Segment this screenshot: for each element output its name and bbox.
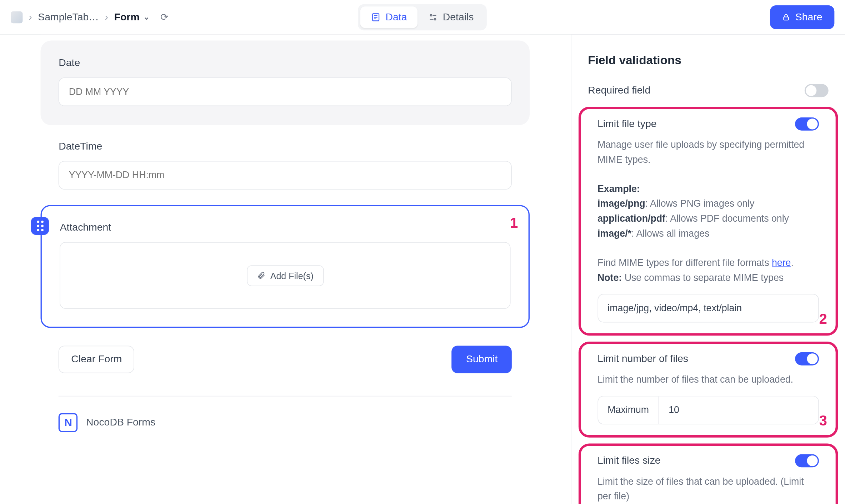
required-field-label: Required field: [588, 85, 650, 96]
limit-file-size-label: Limit files size: [598, 455, 661, 467]
limit-num-files-section: Limit number of files Limit the number o…: [579, 342, 838, 438]
drag-handle-icon: [37, 221, 43, 231]
field-label: Date: [59, 57, 512, 69]
nocodb-logo-icon: N: [59, 413, 78, 432]
nocodb-branding-label: NocoDB Forms: [86, 417, 155, 428]
svg-rect-8: [784, 17, 789, 20]
form-canvas: Date DateTime 1 Attachment: [41, 35, 530, 450]
drag-handle[interactable]: [31, 217, 49, 235]
chevron-down-icon: ⌄: [143, 12, 150, 21]
svg-point-6: [434, 18, 436, 20]
form-actions: Clear Form Submit: [41, 328, 530, 373]
limit-num-files-label: Limit number of files: [598, 353, 688, 365]
max-files-prefix: Maximum: [598, 396, 659, 424]
topbar: › SampleTab… › Form ⌄ ⟳ Data Details Sha…: [0, 0, 845, 35]
required-field-toggle[interactable]: [804, 84, 828, 97]
mime-types-input[interactable]: [598, 294, 819, 322]
field-label: DateTime: [59, 141, 512, 152]
refresh-icon[interactable]: ⟳: [160, 11, 168, 23]
add-files-label: Add File(s): [270, 270, 314, 280]
annotation-1: 1: [510, 215, 518, 231]
sliders-icon: [429, 12, 438, 22]
field-block-datetime[interactable]: DateTime: [41, 141, 530, 190]
breadcrumb-sep: ›: [105, 11, 108, 23]
field-settings-panel: Field validations Required field Limit f…: [571, 35, 845, 504]
limit-num-files-toggle[interactable]: [795, 352, 819, 366]
limit-file-size-desc: Limit the size of files that can be uplo…: [581, 471, 835, 504]
limit-file-type-section: Limit file type Manage user file uploads…: [579, 107, 838, 336]
max-files-input[interactable]: [659, 396, 818, 424]
date-input[interactable]: [59, 77, 512, 106]
tab-data-label: Data: [386, 11, 407, 23]
limit-file-size-row: Limit files size: [581, 446, 835, 471]
tab-details[interactable]: Details: [418, 6, 485, 28]
lock-icon: [782, 13, 790, 21]
datetime-input[interactable]: [59, 161, 512, 190]
main: Date DateTime 1 Attachment: [0, 35, 845, 504]
limit-num-files-row: Limit number of files: [581, 344, 835, 369]
limit-file-type-row: Limit file type: [581, 109, 835, 134]
limit-file-type-toggle[interactable]: [795, 117, 819, 131]
limit-num-files-desc: Limit the number of files that can be up…: [581, 369, 835, 387]
breadcrumb-sep: ›: [29, 11, 32, 23]
breadcrumb: › SampleTab… › Form ⌄ ⟳: [11, 11, 168, 23]
limit-file-size-section: Limit files size Limit the size of files…: [579, 443, 838, 504]
attachment-dropzone[interactable]: Add File(s): [60, 242, 511, 309]
annotation-3: 3: [819, 412, 827, 429]
tab-details-label: Details: [443, 11, 474, 23]
breadcrumb-table[interactable]: SampleTab…: [38, 11, 99, 23]
clear-form-button[interactable]: Clear Form: [59, 346, 134, 373]
field-block-attachment-selected[interactable]: 1 Attachment Add File(s): [41, 205, 530, 328]
divider: [59, 396, 512, 397]
svg-point-4: [430, 14, 432, 16]
required-field-row: Required field: [571, 71, 845, 101]
add-files-button[interactable]: Add File(s): [247, 265, 324, 286]
nocodb-branding[interactable]: N NocoDB Forms: [41, 413, 530, 432]
breadcrumb-view-label: Form: [114, 11, 140, 23]
limit-file-type-label: Limit file type: [598, 118, 657, 130]
field-block-date[interactable]: Date: [41, 41, 530, 125]
field-label: Attachment: [60, 222, 511, 233]
tab-data[interactable]: Data: [360, 6, 418, 28]
breadcrumb-view[interactable]: Form ⌄: [114, 11, 150, 23]
workspace-icon[interactable]: [11, 11, 22, 23]
view-mode-tabs: Data Details: [358, 4, 487, 30]
share-button[interactable]: Share: [770, 5, 834, 29]
max-files-input-row: Maximum: [598, 395, 819, 424]
limit-file-size-toggle[interactable]: [795, 454, 819, 467]
limit-file-type-desc: Manage user file uploads by specifying p…: [581, 134, 835, 286]
panel-title: Field validations: [571, 49, 845, 71]
mime-types-link[interactable]: here: [772, 258, 791, 268]
submit-button[interactable]: Submit: [452, 346, 512, 373]
paperclip-icon: [257, 271, 265, 279]
share-button-label: Share: [795, 11, 822, 23]
annotation-2: 2: [819, 311, 827, 327]
form-canvas-area: Date DateTime 1 Attachment: [0, 35, 571, 504]
form-icon: [371, 12, 381, 22]
